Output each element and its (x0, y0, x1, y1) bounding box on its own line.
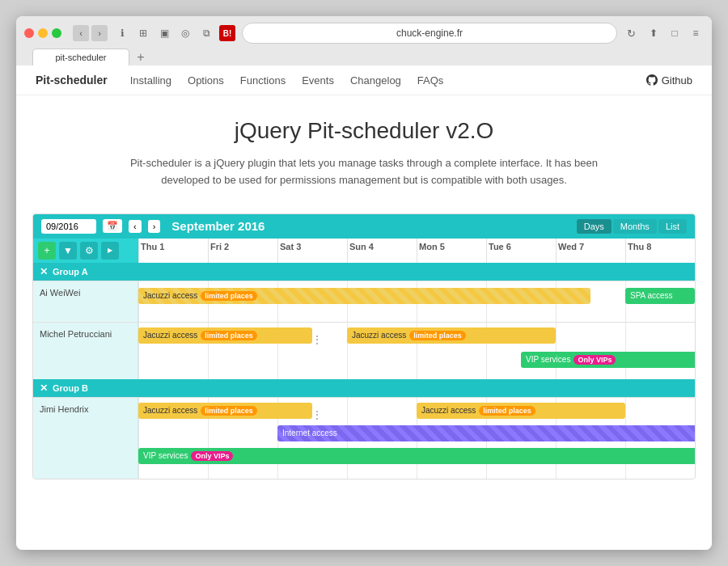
person-ai-weiwi-row: Ai WeiWei Jacuzzi access limited places (33, 281, 695, 322)
ai-jacuzzi-badge: limited places (201, 291, 257, 301)
jimi-vip-label: VIP services (143, 451, 188, 460)
hero-section: jQuery Pit-scheduler v2.O Pit-scheduler … (16, 95, 712, 202)
jimi-j1-label: Jacuzzi access (143, 406, 197, 415)
github-link[interactable]: Github (646, 74, 692, 87)
scheduler-header: 📅 ‹ › September 2016 Days Months List (33, 214, 695, 239)
settings-button[interactable]: ⚙ (80, 242, 98, 260)
filter-button[interactable]: ▼ (59, 242, 77, 260)
michel-cell-7 (556, 323, 625, 379)
nav-faqs[interactable]: FAQs (417, 74, 444, 87)
tab-bar: pit-scheduler + (24, 49, 704, 65)
nav-functions[interactable]: Functions (240, 74, 286, 87)
person-jimi-name: Jimi Hendrix (33, 398, 138, 479)
group-b-label: Group B (53, 383, 88, 393)
share-icon[interactable]: ⬆ (645, 25, 662, 41)
view-buttons: Days Months List (577, 219, 687, 234)
title-bar: ‹ › ℹ ⊞ ▣ ◎ ⧉ B! chuck-engine.fr ↻ ⬆ □ ≡ (24, 23, 704, 44)
new-tab-button[interactable]: + (133, 49, 149, 65)
michel-jacuzzi2-event[interactable]: Jacuzzi access limited places (347, 327, 556, 344)
ai-spa-label: SPA access (630, 291, 673, 300)
hero-description: Pit-scheduler is a jQuery plugin that le… (129, 155, 599, 189)
github-label: Github (662, 74, 692, 87)
michel-jacuzzi1-event[interactable]: Jacuzzi access limited places (138, 327, 312, 344)
michel-j2-badge: limited places (409, 331, 466, 340)
jimi-vip-badge: Only VIPs (191, 451, 233, 461)
nav-events[interactable]: Events (302, 74, 334, 87)
day-header-4: Mon 5 (417, 239, 486, 263)
day-header-5: Tue 6 (486, 239, 556, 263)
jimi-jacuzzi1-event[interactable]: Jacuzzi access limited places (138, 403, 312, 419)
group-a-label: Group A (53, 267, 88, 277)
forward-button[interactable]: › (91, 25, 108, 41)
jimi-j2-label: Jacuzzi access (421, 406, 476, 415)
group-b-header: ✕ Group B (33, 379, 695, 397)
toolbar-row: + ▼ ⚙ ▶ Thu 1 Fri 2 Sat 3 Sun 4 Mon 5 Tu… (33, 239, 695, 263)
prev-month-button[interactable]: ‹ (129, 220, 142, 233)
days-view-button[interactable]: Days (577, 219, 612, 234)
toolbar-buttons: + ▼ ⚙ ▶ (33, 239, 138, 263)
jimi-vip-event[interactable]: VIP services Only VIPs (138, 448, 696, 464)
right-toolbar: ⬆ □ ≡ (645, 25, 704, 41)
michel-vip-event[interactable]: VIP services Only VIPs (521, 352, 696, 368)
layers-icon: ⊞ (135, 25, 151, 41)
nav-installing[interactable]: Installing (130, 74, 171, 87)
reload-icon[interactable]: ↻ (624, 27, 639, 40)
active-tab[interactable]: pit-scheduler (32, 49, 129, 65)
person-ai-name: Ai WeiWei (33, 281, 138, 322)
person-jimi-row: Jimi Hendrix Jacuzzi access limited plac… (33, 397, 695, 479)
jimi-j2-badge: limited places (479, 406, 535, 416)
next-month-button[interactable]: › (148, 220, 161, 233)
ai-jacuzzi-event[interactable]: Jacuzzi access limited places (138, 288, 590, 304)
person-michel-days: Jacuzzi access limited places ⋮ Jacuzzi … (138, 323, 695, 379)
jimi-jacuzzi2-event[interactable]: Jacuzzi access limited places (417, 403, 625, 419)
ai-jacuzzi-label: Jacuzzi access (143, 291, 197, 300)
date-input[interactable] (41, 219, 96, 234)
traffic-lights (24, 28, 61, 38)
jimi-internet-event[interactable]: Internet access (277, 425, 696, 441)
nav-options[interactable]: Options (188, 74, 224, 87)
ai-spa-event[interactable]: SPA access (625, 288, 695, 304)
michel-cell-8 (625, 323, 695, 379)
michel-j2-label: Jacuzzi access (352, 331, 406, 340)
browser-window: ‹ › ℹ ⊞ ▣ ◎ ⧉ B! chuck-engine.fr ↻ ⬆ □ ≡ (16, 16, 712, 550)
site-nav: Pit-scheduler Installing Options Functio… (16, 65, 712, 95)
michel-j1-label: Jacuzzi access (143, 331, 197, 340)
minimize-button[interactable] (38, 28, 48, 38)
months-view-button[interactable]: Months (613, 219, 657, 234)
group-a-collapse[interactable]: ✕ (40, 266, 48, 277)
day-header-2: Sat 3 (277, 239, 347, 263)
screen-icon: ▣ (156, 25, 172, 41)
day-header-0: Thu 1 (138, 239, 208, 263)
close-button[interactable] (24, 28, 34, 38)
michel-vip-badge: Only VIPs (574, 355, 616, 365)
michel-vip-label: VIP services (526, 355, 570, 364)
badge-icon: B! (219, 25, 235, 41)
day-header-6: Wed 7 (556, 239, 625, 263)
copy-icon: ⧉ (198, 25, 214, 41)
page-content: Pit-scheduler Installing Options Functio… (16, 65, 712, 550)
jimi-dots: ⋮ (312, 409, 322, 420)
nav-arrows: ‹ › (73, 25, 108, 41)
back-button[interactable]: ‹ (73, 25, 89, 41)
maximize-button[interactable] (52, 28, 61, 38)
scheduler: 📅 ‹ › September 2016 Days Months List + … (32, 213, 696, 479)
url-bar[interactable]: chuck-engine.fr (242, 23, 617, 44)
camera-icon: ◎ (177, 25, 193, 41)
jimi-internet-label: Internet access (282, 429, 337, 437)
person-michel-row: Michel Petrucciani Jacuzzi access limite… (33, 322, 695, 379)
group-a-header: ✕ Group A (33, 263, 695, 281)
list-view-button[interactable]: List (658, 219, 687, 234)
menu-button[interactable]: ▶ (101, 242, 119, 260)
browser-chrome: ‹ › ℹ ⊞ ▣ ◎ ⧉ B! chuck-engine.fr ↻ ⬆ □ ≡ (16, 16, 712, 65)
group-b-collapse[interactable]: ✕ (40, 382, 48, 394)
url-text: chuck-engine.fr (396, 27, 463, 39)
calendar-button[interactable]: 📅 (103, 219, 122, 233)
michel-j1-badge: limited places (201, 331, 257, 340)
menu-icon[interactable]: ≡ (688, 25, 704, 41)
person-michel-name: Michel Petrucciani (33, 323, 138, 379)
add-button[interactable]: + (38, 242, 56, 260)
bookmark-icon[interactable]: □ (667, 25, 683, 41)
hero-title: jQuery Pit-scheduler v2.O (49, 118, 679, 144)
toolbar-icons: ℹ ⊞ ▣ ◎ ⧉ B! (114, 25, 235, 41)
nav-changelog[interactable]: Changelog (350, 74, 401, 87)
